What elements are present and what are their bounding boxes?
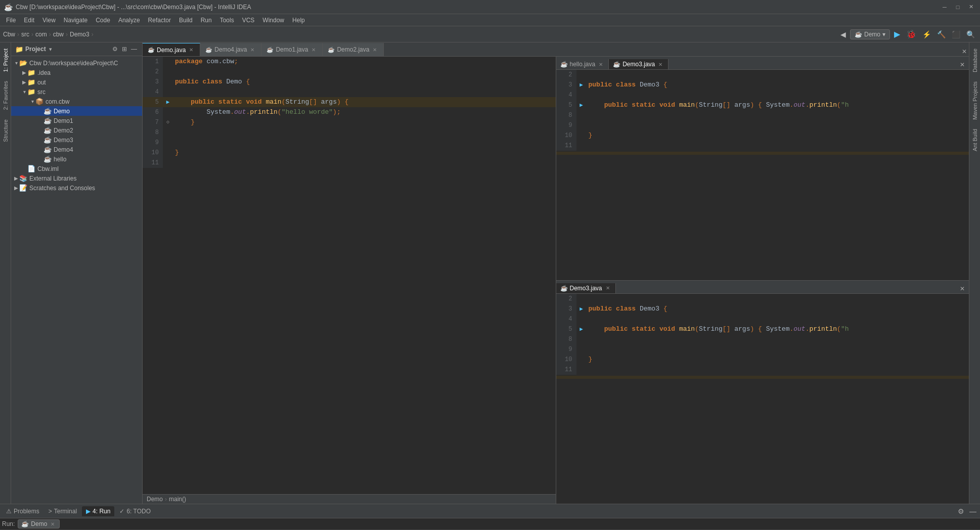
rt-code-line-3: 3 ▶ public class Demo3 { — [556, 80, 969, 90]
menu-navigate[interactable]: Navigate — [60, 15, 92, 26]
tab-run[interactable]: ▶ 4: Run — [82, 506, 114, 516]
tab-demo2-java[interactable]: ☕ Demo2.java ✕ — [323, 43, 384, 56]
run-config-selector[interactable]: ☕ Demo ▾ — [850, 29, 890, 39]
debug-button[interactable]: 🐞 — [904, 28, 918, 40]
toolbar-back-button[interactable]: ◀ — [838, 29, 848, 39]
tab-demo4-java[interactable]: ☕ Demo4.java ✕ — [200, 43, 261, 56]
build-button[interactable]: 🔨 — [935, 29, 948, 39]
search-everywhere-button[interactable]: 🔍 — [964, 29, 977, 39]
breadcrumb-demo-class[interactable]: Demo — [147, 496, 163, 503]
tab-hello-close[interactable]: ✕ — [597, 61, 604, 68]
tab-demo3-java-top[interactable]: ☕ Demo3.java ✕ — [609, 59, 669, 69]
project-layout-button[interactable]: ⊞ — [121, 45, 128, 54]
tab-demo3-bottom-close[interactable]: ✕ — [604, 285, 611, 292]
menu-refactor[interactable]: Refactor — [144, 15, 175, 26]
rb-line-num-8: 8 — [556, 334, 576, 344]
tree-item-out[interactable]: ▶ 📁 out — [11, 77, 142, 87]
side-tab-project[interactable]: 1: Project — [1, 45, 10, 76]
breadcrumb-com[interactable]: com — [35, 31, 47, 38]
menu-help[interactable]: Help — [288, 15, 309, 26]
code-view-left[interactable]: 1 package com.cbw; 2 3 public clas — [143, 57, 556, 494]
breadcrumb-main-method[interactable]: main() — [169, 496, 186, 503]
tree-item-demo2[interactable]: ☕ Demo2 — [11, 125, 142, 135]
menu-file[interactable]: File — [2, 15, 20, 26]
maximize-button[interactable]: □ — [953, 3, 963, 11]
tree-item-demo4[interactable]: ☕ Demo4 — [11, 145, 142, 154]
run-button[interactable]: ▶ — [892, 28, 902, 40]
close-left-editor-button[interactable]: ✕ — [960, 47, 969, 56]
tab-todo[interactable]: ✓ 6: TODO — [115, 506, 155, 516]
tab-problems[interactable]: ⚠ Problems — [2, 506, 43, 516]
tree-item-com-cbw[interactable]: ▾ 📦 com.cbw — [11, 97, 142, 106]
tree-item-src[interactable]: ▾ 📁 src — [11, 87, 142, 97]
run-icon: ▶ — [86, 508, 91, 515]
close-right-bottom-button[interactable]: ✕ — [958, 284, 967, 293]
tree-item-demo[interactable]: ☕ Demo — [11, 106, 142, 116]
menu-vcs[interactable]: VCS — [238, 15, 259, 26]
main-layout: 1: Project 2: Favorites Structure 📁 Proj… — [0, 42, 980, 504]
menu-run[interactable]: Run — [197, 15, 216, 26]
close-right-top-button[interactable]: ✕ — [958, 60, 967, 69]
breadcrumb-cbw[interactable]: Cbw — [3, 31, 15, 38]
breadcrumb-demo3[interactable]: Demo3 — [70, 31, 90, 38]
tree-item-cbw-iml[interactable]: 📄 Cbw.iml — [11, 164, 142, 173]
tree-item-idea[interactable]: ▶ 📁 .idea — [11, 68, 142, 77]
tab-terminal[interactable]: > Terminal — [44, 506, 81, 516]
tree-item-cbw-root[interactable]: ▾ 📂 Cbw D:\workspace\ideaProject\C — [11, 58, 142, 68]
tab-hello-java[interactable]: ☕ hello.java ✕ — [556, 59, 609, 69]
side-tab-database[interactable]: Database — [970, 45, 979, 76]
window-controls: ─ □ ✕ — [940, 3, 976, 11]
breadcrumb-cbw2[interactable]: cbw — [53, 31, 64, 38]
rt-line-content-3: public class Demo3 { — [587, 80, 969, 90]
tree-item-scratches[interactable]: ▶ 📝 Scratches and Consoles — [11, 183, 142, 193]
code-line-11: 11 — [143, 158, 556, 168]
menu-tools[interactable]: Tools — [216, 15, 238, 26]
run-tab-close[interactable]: ✕ — [49, 520, 56, 527]
tab-demo3-java-bottom[interactable]: ☕ Demo3.java ✕ — [556, 283, 616, 293]
tab-demo1-icon: ☕ — [266, 47, 274, 53]
coverage-button[interactable]: ⚡ — [920, 29, 933, 39]
line-gutter-10 — [163, 148, 173, 158]
menu-build[interactable]: Build — [175, 15, 197, 26]
side-tab-ant[interactable]: Ant Build — [970, 125, 979, 155]
breadcrumb-src[interactable]: src — [21, 31, 29, 38]
rb-code-line-3: 3 ▶ public class Demo3 { — [556, 304, 969, 314]
line-num-7: 7 — [143, 117, 163, 127]
menu-analyze[interactable]: Analyze — [114, 15, 144, 26]
line-num-2: 2 — [143, 67, 163, 77]
project-root-icon: 📂 — [19, 59, 27, 67]
tree-item-hello[interactable]: ☕ hello — [11, 154, 142, 164]
project-dropdown-icon[interactable]: ▾ — [49, 46, 52, 53]
menu-view[interactable]: View — [38, 15, 60, 26]
tab-demo-java[interactable]: ☕ Demo.java ✕ — [143, 43, 200, 56]
tab-demo4-close[interactable]: ✕ — [249, 46, 256, 53]
project-hide-button[interactable]: — — [130, 45, 138, 54]
side-tab-maven[interactable]: Maven Projects — [970, 77, 979, 124]
stop-button[interactable]: ⬛ — [950, 29, 962, 39]
run-tab-demo[interactable]: ☕ Demo ✕ — [18, 519, 60, 528]
rt-code-line-4: 4 — [556, 90, 969, 100]
tree-item-demo1[interactable]: ☕ Demo1 — [11, 116, 142, 125]
tab-demo3-top-close[interactable]: ✕ — [657, 61, 664, 68]
close-button[interactable]: ✕ — [966, 3, 976, 11]
tab-demo-close[interactable]: ✕ — [188, 47, 195, 54]
project-settings-button[interactable]: ⚙ — [111, 45, 119, 54]
minimize-button[interactable]: ─ — [940, 3, 950, 11]
menu-window[interactable]: Window — [258, 15, 288, 26]
tab-demo1-java[interactable]: ☕ Demo1.java ✕ — [261, 43, 323, 56]
code-view-right-top[interactable]: 2 3 ▶ public class Demo3 { 4 — [556, 70, 969, 280]
menu-edit[interactable]: Edit — [20, 15, 38, 26]
side-tab-structure[interactable]: Structure — [1, 115, 10, 146]
tree-item-external-libs[interactable]: ▶ 📚 External Libraries — [11, 173, 142, 183]
tab-demo1-close[interactable]: ✕ — [310, 46, 317, 53]
tab-demo2-close[interactable]: ✕ — [371, 46, 378, 53]
tree-item-demo3[interactable]: ☕ Demo3 — [11, 135, 142, 145]
panel-minimize-button[interactable]: — — [968, 506, 978, 516]
line-content-2 — [173, 67, 556, 77]
side-tab-favorites[interactable]: 2: Favorites — [1, 77, 10, 114]
menu-code[interactable]: Code — [92, 15, 114, 26]
code-view-right-bottom[interactable]: 2 3 ▶ public class Demo3 { 4 — [556, 294, 969, 504]
tab-demo3-bottom-icon: ☕ — [560, 285, 568, 292]
line-content-8 — [173, 127, 556, 138]
panel-settings-button[interactable]: ⚙ — [956, 506, 966, 516]
